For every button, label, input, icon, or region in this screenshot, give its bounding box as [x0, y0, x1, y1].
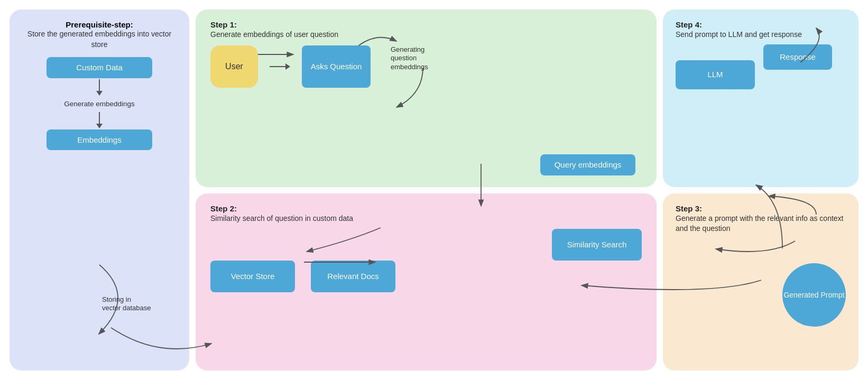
query-embeddings-box: Query embeddings — [540, 154, 635, 175]
step3-label: Step 3: — [676, 204, 702, 213]
custom-data-box: Custom Data — [47, 57, 152, 78]
step1-desc: Generate embeddings of user question — [210, 30, 338, 39]
similarity-search-box: Similarity Search — [552, 229, 642, 261]
step3-panel: Step 3: Generate a prompt with the relev… — [663, 193, 858, 371]
prereq-title-bold: Prerequisite-step: — [22, 20, 177, 29]
step2-desc: Similarity search of question in custom … — [210, 214, 353, 223]
vector-store-box: Vector Store — [210, 229, 295, 292]
prereq-title-desc: Store the generated embeddings into vect… — [22, 29, 177, 50]
gen-question-embed-text: Generating question embeddings — [391, 45, 449, 72]
step1-label: Step 1: — [210, 20, 237, 29]
step4-label: Step 4: — [676, 20, 702, 29]
arrow-genembeds-to-embeddings — [96, 112, 103, 128]
gen-embed-label: Generate embeddings — [64, 100, 135, 108]
step2-label: Step 2: — [210, 204, 237, 213]
step4-desc: Send prompt to LLM and get response — [676, 30, 802, 39]
user-to-asks-arrow — [270, 63, 290, 70]
diagram-container: Prerequisite-step: Store the generated e… — [0, 0, 868, 380]
step1-panel: Step 1: Generate embeddings of user ques… — [196, 10, 657, 187]
step4-panel: Step 4: Send prompt to LLM and get respo… — [663, 10, 858, 187]
middle-panels: Step 1: Generate embeddings of user ques… — [196, 10, 657, 370]
llm-box: LLM — [676, 60, 755, 89]
storing-arrow-svg: Storing in vector database — [15, 254, 168, 360]
right-panels: Step 4: Send prompt to LLM and get respo… — [663, 10, 858, 370]
asks-question-box: Asks Question — [302, 45, 371, 88]
prereq-flow: Custom Data Generate embeddings Embeddin… — [22, 57, 177, 150]
prereq-panel: Prerequisite-step: Store the generated e… — [10, 10, 189, 370]
step2-panel: Step 2: Similarity search of question in… — [196, 193, 657, 371]
user-bubble: User — [210, 45, 258, 88]
svg-text:Storing in: Storing in — [102, 295, 131, 303]
arrow-custom-to-genembeds — [96, 79, 103, 96]
prereq-title: Prerequisite-step: Store the generated e… — [22, 20, 177, 50]
svg-text:vector database: vector database — [102, 304, 151, 312]
generated-prompt-circle: Generated Prompt — [782, 263, 846, 327]
step3-desc: Generate a prompt with the relevant info… — [676, 214, 844, 233]
response-box: Response — [763, 44, 832, 70]
relevant-docs-box: Relevant Docs — [311, 229, 395, 292]
embeddings-box: Embeddings — [47, 129, 152, 151]
